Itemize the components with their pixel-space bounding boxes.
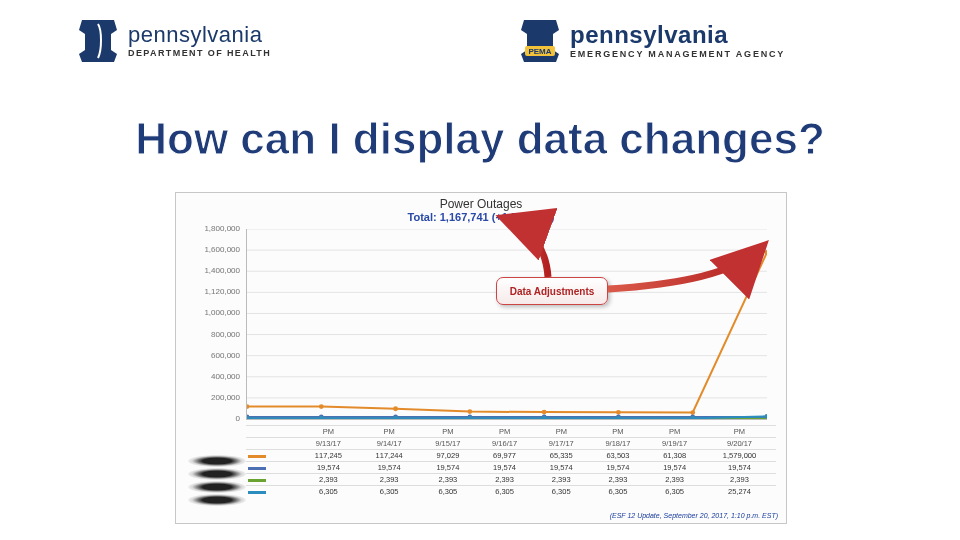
keystone-icon <box>78 18 118 62</box>
table-row: 117,245117,24497,02969,97765,33563,50361… <box>246 450 776 462</box>
svg-point-17 <box>616 410 621 415</box>
y-tick: 400,000 <box>180 372 240 381</box>
table-header: PM <box>533 426 590 438</box>
agency-name: pennsylvania <box>128 22 271 48</box>
table-header: PM <box>298 426 359 438</box>
table-header: PM <box>476 426 533 438</box>
table-date: 9/19/17 <box>646 438 703 450</box>
table-row: 19,57419,57419,57419,57419,57419,57419,5… <box>246 462 776 474</box>
y-tick: 1,800,000 <box>180 224 240 233</box>
redacted-label <box>188 455 246 467</box>
table-date: 9/16/17 <box>476 438 533 450</box>
y-tick: 800,000 <box>180 330 240 339</box>
y-tick: 1,400,000 <box>180 266 240 275</box>
y-tick: 200,000 <box>180 393 240 402</box>
table-row: 6,3056,3056,3056,3056,3056,3056,30525,27… <box>246 486 776 498</box>
table-date: 9/17/17 <box>533 438 590 450</box>
legend-swatch <box>248 491 266 494</box>
table-date: 9/14/17 <box>359 438 420 450</box>
table-date: 9/15/17 <box>420 438 477 450</box>
table-header: PM <box>359 426 420 438</box>
svg-point-14 <box>393 406 398 411</box>
table-header: PM <box>590 426 647 438</box>
agency-name: pennsylvania <box>570 21 785 49</box>
redacted-label <box>188 494 246 506</box>
redacted-label <box>188 481 246 493</box>
chart-card: Power Outages Total: 1,167,741 (+1,527,0… <box>175 192 787 524</box>
chart-footer: (ESF 12 Update, September 20, 2017, 1:10… <box>610 512 778 519</box>
legend-swatch <box>248 455 266 458</box>
keystone-icon: PEMA <box>520 18 560 62</box>
chart-subtitle: Total: 1,167,741 (+1,527,061) <box>176 211 786 223</box>
svg-point-19 <box>765 250 767 255</box>
table-header: PM <box>420 426 477 438</box>
agency-sub: DEPARTMENT OF HEALTH <box>128 48 271 58</box>
slide-title: How can I display data changes? <box>0 114 960 164</box>
agency-doh: pennsylvania DEPARTMENT OF HEALTH <box>78 18 271 62</box>
agency-pema: PEMA pennsylvania EMERGENCY MANAGEMENT A… <box>520 18 785 62</box>
y-tick: 1,000,000 <box>180 308 240 317</box>
y-tick: 0 <box>180 414 240 423</box>
chart-title: Power Outages <box>176 197 786 211</box>
table-row: 2,3932,3932,3932,3932,3932,3932,3932,393 <box>246 474 776 486</box>
table-date: 9/20/17 <box>703 438 776 450</box>
svg-point-18 <box>690 410 695 415</box>
header-logos: pennsylvania DEPARTMENT OF HEALTH PEMA p… <box>0 18 960 72</box>
table-date: 9/18/17 <box>590 438 647 450</box>
y-tick: 1,600,000 <box>180 245 240 254</box>
y-tick: 1,120,000 <box>180 287 240 296</box>
table-header: PM <box>703 426 776 438</box>
callout-data-adjustments: Data Adjustments <box>496 277 608 305</box>
chart-data-table: PMPMPMPMPMPMPMPM9/13/179/14/179/15/179/1… <box>246 425 776 497</box>
redacted-label <box>188 468 246 480</box>
svg-text:PEMA: PEMA <box>528 47 551 56</box>
svg-point-12 <box>246 404 249 409</box>
chart-plot <box>246 229 767 420</box>
table-header: PM <box>646 426 703 438</box>
legend-swatch <box>248 479 266 482</box>
y-tick: 600,000 <box>180 351 240 360</box>
svg-point-16 <box>542 410 547 415</box>
agency-sub: EMERGENCY MANAGEMENT AGENCY <box>570 49 785 59</box>
svg-point-15 <box>467 409 472 414</box>
svg-point-13 <box>319 404 324 409</box>
table-date: 9/13/17 <box>298 438 359 450</box>
legend-swatch <box>248 467 266 470</box>
